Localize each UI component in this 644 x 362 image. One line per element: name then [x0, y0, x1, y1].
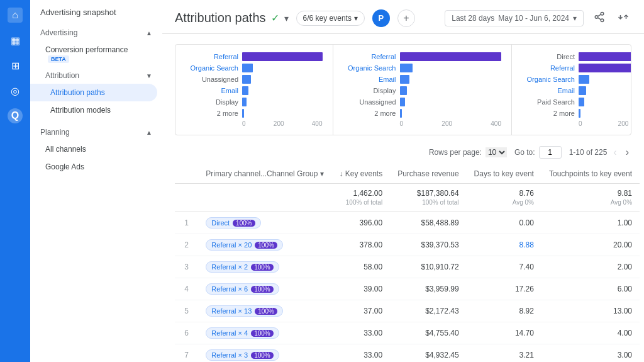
path-chip[interactable]: Referral × 4 100% — [206, 327, 279, 339]
sidebar-item-attribution-models[interactable]: Attribution models — [30, 101, 157, 119]
sidebar-item-all-channels[interactable]: All channels — [30, 140, 157, 158]
row-path: Referral × 6 100% — [198, 278, 331, 300]
prev-page-button[interactable]: ‹ — [611, 145, 619, 159]
advertising-section: Advertising ▲ Conversion performance BET… — [30, 22, 162, 122]
circle-icon[interactable]: ◎ — [8, 83, 23, 98]
row-path: Referral × 3 100% — [198, 344, 331, 363]
date-range-label: Last 28 days — [452, 14, 494, 23]
persona-button[interactable]: P — [372, 9, 390, 27]
days-value: 3.21 — [519, 351, 534, 359]
chart-bar-label[interactable]: Referral — [522, 64, 579, 72]
col-revenue-label: Purchase revenue — [397, 169, 458, 178]
title-dropdown-icon[interactable]: ▾ — [284, 13, 289, 23]
header-controls: Last 28 days May 10 - Jun 6, 2024 ▾ — [445, 9, 631, 27]
chart-bar-row: Direct — [522, 52, 631, 61]
col-channel[interactable]: Primary channel...Channel Group ▾ — [198, 164, 331, 184]
path-chip[interactable]: Direct 100% — [206, 217, 260, 229]
path-pct: 100% — [251, 352, 274, 359]
chart-axis-label: 200 — [274, 120, 284, 127]
chart-bar — [579, 64, 631, 72]
chart-axis-label: 200 — [618, 120, 629, 127]
chevron-up-icon2: ▲ — [146, 129, 152, 136]
chart-bar — [242, 75, 251, 84]
chart-bar-label[interactable]: Organic Search — [343, 64, 400, 72]
home-icon[interactable]: ⌂ — [8, 8, 23, 23]
chart-bar-label[interactable]: Email — [522, 87, 579, 94]
days-value[interactable]: 8.88 — [519, 240, 534, 249]
app-bar: ⌂ ▦ ⊞ ◎ Q — [0, 0, 30, 362]
chart-bar-container — [400, 52, 502, 61]
chevron-down-icon: ▼ — [146, 72, 152, 79]
sidebar-item-attribution-paths[interactable]: Attribution paths — [30, 84, 157, 101]
chart-bar-row: Referral — [522, 64, 631, 72]
chart-bar-row: Unassigned — [186, 75, 323, 84]
row-days: 17.26 — [467, 278, 541, 300]
share-button[interactable] — [591, 9, 608, 27]
path-pct: 100% — [255, 242, 277, 249]
goto-input[interactable] — [539, 146, 562, 159]
row-days: 7.40 — [467, 256, 541, 278]
google-ads-label: Google Ads — [45, 162, 84, 171]
chart-bar-container — [400, 86, 502, 95]
days-value: 14.70 — [515, 329, 534, 337]
chart-bar-label[interactable]: Organic Search — [522, 76, 579, 83]
content-area: ReferralOrganic SearchUnassignedEmailDis… — [162, 34, 644, 362]
chart-bar-label[interactable]: Organic Search — [186, 64, 242, 72]
chart-bar-label[interactable]: Referral — [343, 53, 400, 60]
chart-bar-row: Organic Search — [343, 64, 502, 72]
sidebar-item-conversion[interactable]: Conversion performance BETA — [30, 41, 157, 67]
chart-bar-label: 2 more — [343, 110, 400, 117]
planning-section-header[interactable]: Planning ▲ — [30, 124, 162, 140]
sidebar-item-google-ads[interactable]: Google Ads — [30, 158, 157, 176]
date-range-picker[interactable]: Last 28 days May 10 - Jun 6, 2024 ▾ — [445, 10, 584, 26]
col-channel-dropdown-icon[interactable]: ▾ — [320, 169, 324, 178]
chart-bar-container — [579, 75, 631, 84]
col-key-events: ↓ Key events — [331, 164, 390, 184]
row-revenue: $10,910.72 — [390, 256, 466, 278]
chart-axis: 0200400 — [343, 120, 502, 127]
next-page-button[interactable]: › — [623, 145, 631, 159]
chart-bar-container — [579, 64, 631, 72]
advertising-section-header[interactable]: Advertising ▲ — [30, 25, 162, 41]
path-label: Referral × 2 — [211, 263, 248, 271]
path-chip[interactable]: Referral × 6 100% — [206, 283, 279, 295]
row-num: 4 — [175, 278, 198, 300]
compare-button[interactable] — [615, 9, 631, 27]
svg-line-3 — [597, 18, 601, 20]
attribution-label: Attribution — [45, 71, 79, 80]
chart-bar-container — [400, 64, 502, 72]
persona-label: P — [379, 13, 384, 23]
row-touchpoints: 2.00 — [541, 256, 640, 278]
events-chevron-icon: ▾ — [354, 14, 358, 23]
table-row: 6 Referral × 4 100% 33.00 $4,755.40 14.7… — [175, 322, 640, 344]
activity-icon[interactable]: ⊞ — [8, 58, 23, 73]
key-events-filter[interactable]: 6/6 key events ▾ — [296, 11, 365, 26]
chart-bar-row: Referral — [343, 52, 502, 61]
chart-icon[interactable]: ▦ — [8, 33, 23, 48]
chart-bar-label[interactable]: Email — [343, 76, 400, 83]
chart-bar-label[interactable]: Email — [186, 87, 242, 94]
attribution-subsection-header[interactable]: Attribution ▼ — [30, 67, 162, 84]
row-path: Referral × 13 100% — [198, 300, 331, 322]
col-touchpoints: Touchpoints to key event — [541, 164, 640, 184]
chart-bar-row: 2 more — [186, 109, 323, 118]
path-chip[interactable]: Referral × 20 100% — [206, 239, 282, 251]
row-days: 8.92 — [467, 300, 541, 322]
chart-bar-label[interactable]: Referral — [186, 53, 242, 60]
path-chip[interactable]: Referral × 2 100% — [206, 261, 279, 273]
path-chip[interactable]: Referral × 13 100% — [206, 305, 282, 317]
conversion-label: Conversion performance — [45, 45, 128, 54]
path-pct: 100% — [251, 264, 274, 271]
add-filter-button[interactable]: + — [397, 9, 415, 27]
rows-per-page-select[interactable]: 102550 — [486, 147, 507, 157]
row-key-events: 58.00 — [331, 256, 390, 278]
row-touchpoints: 1.00 — [541, 212, 640, 234]
q-icon[interactable]: Q — [8, 108, 23, 123]
path-chip[interactable]: Referral × 3 100% — [206, 349, 279, 361]
totals-channel — [198, 184, 331, 212]
table-row: 3 Referral × 2 100% 58.00 $10,910.72 7.4… — [175, 256, 640, 278]
chart-bar-label: Paid Search — [522, 98, 579, 106]
row-days: 0.00 — [467, 212, 541, 234]
path-label: Referral × 6 — [211, 285, 248, 293]
chart-bar-row: Referral — [186, 52, 323, 61]
